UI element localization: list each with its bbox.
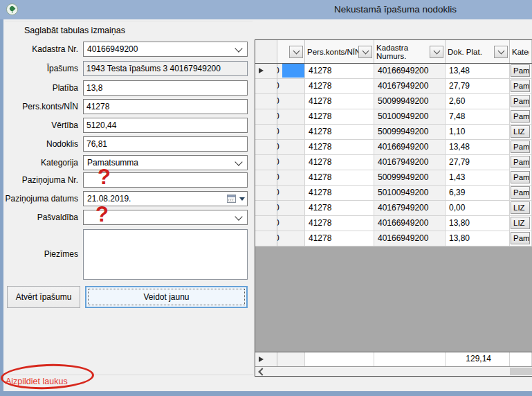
dok-plat-cell[interactable]: 13,80	[446, 231, 510, 246]
kadastra-numurs-cell[interactable]: 40166949200	[374, 64, 446, 79]
hidden-column-cell[interactable]: 0	[277, 231, 305, 246]
kategorija-cell-button[interactable]: Pamatsumma	[511, 171, 530, 183]
vertiba-field[interactable]	[83, 118, 248, 133]
grid-column-header-dok-plat[interactable]: Dok. Plat.	[446, 40, 510, 63]
table-row[interactable]: 0412784016694920013,48Pamatsumma	[255, 140, 532, 155]
hidden-column-cell[interactable]: 0	[277, 94, 305, 109]
table-row[interactable]: 0412784016694920013,80Pamatsumma	[255, 231, 532, 246]
kadastra-numurs-cell[interactable]: 50099949200	[374, 94, 446, 109]
table-row[interactable]: 0412784016694920013,80LIZ	[255, 216, 532, 231]
row-header-cell[interactable]	[255, 155, 277, 170]
kadastra-numurs-cell[interactable]: 50099949200	[374, 125, 446, 140]
hidden-column-cell[interactable]: 0	[277, 201, 305, 216]
row-header-cell[interactable]	[255, 109, 277, 125]
filter-dropdown-button[interactable]	[358, 46, 372, 58]
calendar-dropdown-button[interactable]	[227, 192, 246, 205]
row-header-cell[interactable]	[255, 64, 277, 79]
kadastra-numurs-cell[interactable]: 50100949200	[374, 186, 446, 201]
pers-konts-field[interactable]	[83, 99, 248, 114]
create-new-button[interactable]: Veidot jaunu	[85, 286, 248, 308]
kadastra-numurs-cell[interactable]: 50099949200	[374, 170, 446, 186]
row-header-cell[interactable]	[255, 231, 277, 246]
row-header-cell[interactable]	[255, 170, 277, 186]
row-header-cell[interactable]	[255, 216, 277, 231]
grid-column-header-hidden[interactable]	[277, 40, 305, 63]
scroll-left-arrow-icon[interactable]	[258, 368, 266, 375]
kategorija-cell[interactable]: Pamatsumma	[510, 79, 532, 94]
kategorija-cell[interactable]: Pamatsumma	[510, 170, 532, 186]
row-header-cell[interactable]	[255, 125, 277, 140]
row-header-cell[interactable]	[255, 79, 277, 94]
kategorija-cell[interactable]: Pamatsumma	[510, 140, 532, 155]
kategorija-cell-button[interactable]: Pamatsumma	[511, 64, 530, 77]
row-header-cell[interactable]	[255, 201, 277, 216]
kadastra-numurs-cell[interactable]: 40167949200	[374, 155, 446, 170]
kadastra-numurs-cell[interactable]: 40166949200	[374, 216, 446, 231]
dok-plat-cell[interactable]: 0,00	[446, 201, 510, 216]
hidden-column-cell[interactable]: 0	[277, 186, 305, 201]
hidden-column-cell[interactable]: 0	[277, 109, 305, 125]
kadastra-nr-combobox[interactable]: 40166949200	[83, 42, 248, 57]
dok-plat-cell[interactable]: 27,79	[446, 155, 510, 170]
kadastra-numurs-cell[interactable]: 50100949200	[374, 109, 446, 125]
piezimes-textarea[interactable]	[83, 229, 248, 280]
table-row[interactable]: 0412784016794920027,79Pamatsumma	[255, 79, 532, 94]
hidden-column-cell[interactable]: 0	[277, 170, 305, 186]
dok-plat-cell[interactable]: 13,48	[446, 64, 510, 79]
table-row[interactable]: 041278501009492007,48Pamatsumma	[255, 109, 532, 125]
kadastra-numurs-cell[interactable]: 40166949200	[374, 231, 446, 246]
kategorija-cell-button[interactable]: Pamatsumma	[511, 80, 530, 92]
pers-konts-cell[interactable]: 41278	[305, 109, 374, 125]
pers-konts-cell[interactable]: 41278	[305, 186, 374, 201]
dok-plat-cell[interactable]: 7,48	[446, 109, 510, 125]
hidden-column-cell[interactable]: 0	[277, 155, 305, 170]
table-row[interactable]: 0412784016694920013,48Pamatsumma	[255, 64, 532, 79]
kategorija-cell-button[interactable]: Pamatsumma	[511, 186, 530, 199]
filter-dropdown-button[interactable]	[494, 46, 508, 58]
table-row[interactable]: 041278500999492001,43Pamatsumma	[255, 170, 532, 186]
hidden-column-cell[interactable]: 0	[277, 216, 305, 231]
grid-column-header-pers-konts[interactable]: Pers.konts/NĪN	[305, 40, 374, 63]
dok-plat-cell[interactable]: 1,43	[446, 170, 510, 186]
dok-plat-cell[interactable]: 6,39	[446, 186, 510, 201]
kadastra-numurs-cell[interactable]: 40167949200	[374, 79, 446, 94]
pers-konts-cell[interactable]: 41278	[305, 79, 374, 94]
scrollbar-thumb[interactable]	[510, 368, 532, 375]
table-row[interactable]: 041278500999492002,60Pamatsumma	[255, 94, 532, 109]
hidden-column-cell[interactable]: 0	[277, 79, 305, 94]
grid-column-header-kategorija[interactable]: Kategorija	[510, 40, 532, 63]
pers-konts-cell[interactable]: 41278	[305, 94, 374, 109]
dok-plat-cell[interactable]: 1,10	[446, 125, 510, 140]
kategorija-cell-button[interactable]: LIZ	[511, 125, 530, 138]
grid-column-header-kadastra-numurs[interactable]: Kadastra Numurs.	[374, 40, 446, 63]
dok-plat-cell[interactable]: 27,79	[446, 79, 510, 94]
row-header-cell[interactable]	[255, 140, 277, 155]
pers-konts-cell[interactable]: 41278	[305, 125, 374, 140]
kategorija-cell[interactable]: LIZ	[510, 125, 532, 140]
table-row[interactable]: 0412784016794920027,79Pamatsumma	[255, 155, 532, 170]
hidden-column-cell[interactable]: 0	[277, 64, 305, 79]
pers-konts-cell[interactable]: 41278	[305, 140, 374, 155]
table-row[interactable]: 041278500999492001,10LIZ	[255, 125, 532, 140]
kategorija-cell-button[interactable]: LIZ	[511, 201, 530, 214]
row-header-cell[interactable]	[255, 186, 277, 201]
kategorija-cell-button[interactable]: Pamatsumma	[511, 95, 530, 107]
dok-plat-cell[interactable]: 2,60	[446, 94, 510, 109]
kategorija-cell[interactable]: LIZ	[510, 216, 532, 231]
dok-plat-cell[interactable]: 13,80	[446, 216, 510, 231]
kategorija-cell[interactable]: Pamatsumma	[510, 94, 532, 109]
filter-dropdown-button[interactable]	[430, 46, 443, 58]
table-row[interactable]: 041278401679492000,00LIZ	[255, 201, 532, 216]
pers-konts-cell[interactable]: 41278	[305, 231, 374, 246]
kategorija-cell-button[interactable]: Pamatsumma	[511, 110, 530, 123]
kategorija-cell[interactable]: Pamatsumma	[510, 64, 532, 79]
pers-konts-cell[interactable]: 41278	[305, 64, 374, 79]
kadastra-numurs-cell[interactable]: 40166949200	[374, 140, 446, 155]
kategorija-cell-button[interactable]: LIZ	[511, 217, 530, 229]
grid-corner-header[interactable]	[255, 40, 277, 63]
filter-dropdown-button[interactable]	[289, 46, 303, 58]
kategorija-cell-button[interactable]: Pamatsumma	[511, 156, 530, 168]
open-property-button[interactable]: Atvērt īpašumu	[7, 286, 80, 308]
kategorija-cell[interactable]: Pamatsumma	[510, 231, 532, 246]
pers-konts-cell[interactable]: 41278	[305, 216, 374, 231]
